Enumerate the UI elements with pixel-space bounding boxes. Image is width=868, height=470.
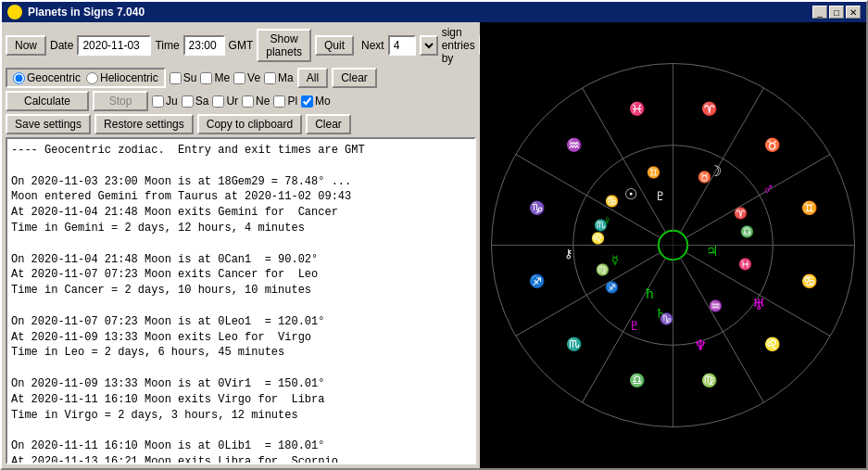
mo-checkbox[interactable] xyxy=(301,95,313,108)
sign-entries-label: sign entries by xyxy=(442,26,475,65)
next-label: Next xyxy=(361,39,384,52)
date-input[interactable] xyxy=(77,35,151,56)
pl-checkbox-label[interactable]: Pl xyxy=(273,95,297,108)
main-window: Planets in Signs 7.040 _ □ ✕ Now Date Ti… xyxy=(0,0,868,470)
all-button[interactable]: All xyxy=(297,68,328,88)
stop-button[interactable]: Stop xyxy=(93,91,148,111)
toolbar-row-4: Save settings Restore settings Copy to c… xyxy=(6,114,476,134)
time-input[interactable] xyxy=(183,35,225,56)
ma-checkbox[interactable] xyxy=(264,72,276,84)
ne-checkbox-label[interactable]: Ne xyxy=(242,95,270,108)
me-checkbox[interactable] xyxy=(200,72,212,84)
geocentric-radio[interactable] xyxy=(13,72,25,84)
right-panel: Planet direct Planet retrograde xyxy=(480,22,866,468)
pl-checkbox[interactable] xyxy=(273,95,285,108)
title-controls: _ □ ✕ xyxy=(812,6,861,19)
output-container xyxy=(6,137,476,464)
app-icon xyxy=(7,5,22,19)
window-title: Planets in Signs 7.040 xyxy=(28,6,145,19)
time-label: Time xyxy=(155,39,179,52)
title-bar-left: Planets in Signs 7.040 xyxy=(7,5,145,19)
sa-checkbox[interactable] xyxy=(182,95,194,108)
clear-planets-button[interactable]: Clear xyxy=(332,68,377,88)
now-button[interactable]: Now xyxy=(6,35,46,56)
gmt-label: GMT xyxy=(229,39,254,52)
ma-checkbox-label[interactable]: Ma xyxy=(264,71,294,84)
ne-checkbox[interactable] xyxy=(242,95,254,108)
copy-to-clipboard-button[interactable]: Copy to clipboard xyxy=(197,114,302,134)
ur-checkbox-label[interactable]: Ur xyxy=(212,95,238,108)
content-area: Now Date Time GMT Show planets Quit Next… xyxy=(2,22,866,468)
minimize-button[interactable]: _ xyxy=(812,6,827,19)
quit-button[interactable]: Quit xyxy=(315,35,354,56)
ju-checkbox-label[interactable]: Ju xyxy=(152,95,178,108)
date-label: Date xyxy=(50,39,73,52)
heliocentric-label[interactable]: Heliocentric xyxy=(86,71,158,84)
next-dropdown[interactable]: ▼ xyxy=(420,35,438,56)
toolbar-row-3: Calculate Stop Ju Sa Ur Ne xyxy=(6,91,476,111)
ve-checkbox[interactable] xyxy=(233,72,245,84)
output-textarea[interactable] xyxy=(6,137,476,464)
geocentric-label[interactable]: Geocentric xyxy=(13,71,81,84)
toolbar-row-1: Now Date Time GMT Show planets Quit Next… xyxy=(6,26,476,65)
me-checkbox-label[interactable]: Me xyxy=(200,71,230,84)
coordinate-radio-group: Geocentric Heliocentric xyxy=(6,68,166,88)
ju-checkbox[interactable] xyxy=(152,95,164,108)
show-planets-button[interactable]: Show planets xyxy=(257,29,311,62)
close-button[interactable]: ✕ xyxy=(846,6,861,19)
mo-checkbox-label[interactable]: Mo xyxy=(301,95,331,108)
left-panel: Now Date Time GMT Show planets Quit Next… xyxy=(2,22,480,468)
heliocentric-radio[interactable] xyxy=(86,72,98,84)
save-settings-button[interactable]: Save settings xyxy=(6,114,91,134)
zodiac-chart xyxy=(480,22,866,468)
title-bar: Planets in Signs 7.040 _ □ ✕ xyxy=(2,2,866,22)
su-checkbox-label[interactable]: Su xyxy=(170,71,197,84)
toolbar-row-2: Geocentric Heliocentric Su Me xyxy=(6,68,476,88)
next-input[interactable] xyxy=(388,35,416,56)
clear-output-button[interactable]: Clear xyxy=(306,114,351,134)
ur-checkbox[interactable] xyxy=(212,95,224,108)
calculate-button[interactable]: Calculate xyxy=(6,91,89,111)
ve-checkbox-label[interactable]: Ve xyxy=(233,71,260,84)
restore-settings-button[interactable]: Restore settings xyxy=(94,114,194,134)
sa-checkbox-label[interactable]: Sa xyxy=(182,95,209,108)
maximize-button[interactable]: □ xyxy=(829,6,844,19)
su-checkbox[interactable] xyxy=(170,72,182,84)
